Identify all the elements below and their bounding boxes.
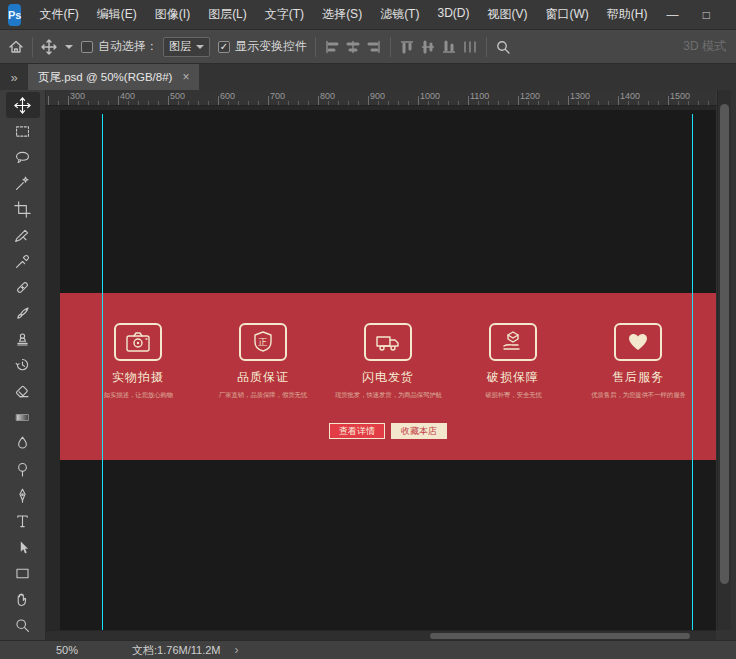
- menu-image[interactable]: 图像(I): [147, 2, 198, 27]
- menu-3d[interactable]: 3D(D): [429, 2, 477, 27]
- feature-block: 正 品质保证 厂家直销，品质保障，假货无忧: [203, 323, 323, 400]
- feature-title: 实物拍摄: [112, 369, 164, 386]
- align-right-icon[interactable]: [366, 39, 382, 55]
- ruler-tick: 1300: [570, 91, 590, 101]
- pen-tool[interactable]: [6, 482, 40, 508]
- feature-subtitle: 优质售后，为您提供不一样的服务: [591, 391, 686, 400]
- vertical-scrollbar-thumb[interactable]: [720, 104, 729, 584]
- show-transform-checkbox[interactable]: ✓: [218, 41, 230, 53]
- align-center-horizontal-icon[interactable]: [345, 39, 361, 55]
- tab-close-icon[interactable]: ×: [182, 70, 189, 84]
- collapse-panels-icon[interactable]: »: [0, 64, 28, 90]
- search-icon[interactable]: [495, 39, 511, 55]
- blur-tool[interactable]: [6, 430, 40, 456]
- align-middle-vertical-icon[interactable]: [420, 39, 436, 55]
- chevron-down-icon: [65, 45, 73, 49]
- vertical-scrollbar[interactable]: [717, 90, 731, 640]
- healing-brush-tool[interactable]: [6, 274, 40, 300]
- brush-tool[interactable]: [6, 300, 40, 326]
- horizontal-scrollbar[interactable]: [46, 630, 716, 640]
- 3d-mode-label: 3D 模式: [683, 38, 728, 55]
- ruler-tick: 300: [70, 91, 85, 101]
- menu-type[interactable]: 文字(T): [257, 2, 312, 27]
- truck-icon: [364, 323, 412, 361]
- ruler-tick: 600: [220, 91, 235, 101]
- feature-title: 品质保证: [237, 369, 289, 386]
- menu-help[interactable]: 帮助(H): [599, 2, 656, 27]
- document-canvas[interactable]: 实物拍摄 如实描述，让您放心购物 正 品质保证 厂家直销，品质保障，假货无忧: [60, 110, 716, 630]
- history-brush-tool[interactable]: [6, 352, 40, 378]
- move-tool-preset[interactable]: [41, 39, 73, 55]
- auto-select-control[interactable]: 自动选择： 图层: [81, 37, 210, 57]
- type-tool[interactable]: [6, 508, 40, 534]
- maximize-button[interactable]: □: [689, 1, 723, 29]
- slice-tool[interactable]: [6, 222, 40, 248]
- marquee-tool[interactable]: [6, 118, 40, 144]
- horizontal-scrollbar-thumb[interactable]: [430, 633, 690, 639]
- feature-block: 闪电发货 现货批发，快速发货，为商品保驾护航: [328, 323, 448, 400]
- camera-icon: [114, 323, 162, 361]
- menubar: 文件(F) 编辑(E) 图像(I) 图层(L) 文字(T) 选择(S) 滤镜(T…: [31, 2, 655, 27]
- photoshop-logo[interactable]: Ps: [8, 4, 21, 26]
- move-tool-icon: [41, 39, 57, 55]
- menu-layer[interactable]: 图层(L): [200, 2, 255, 27]
- menu-select[interactable]: 选择(S): [314, 2, 370, 27]
- quick-select-tool[interactable]: [6, 170, 40, 196]
- align-left-icon[interactable]: [324, 39, 340, 55]
- feature-subtitle: 厂家直销，品质保障，假货无忧: [219, 391, 307, 400]
- menu-file[interactable]: 文件(F): [31, 2, 86, 27]
- svg-text:正: 正: [258, 337, 268, 347]
- crop-tool[interactable]: [6, 196, 40, 222]
- tools-panel: [0, 90, 46, 640]
- auto-select-label: 自动选择：: [98, 38, 158, 55]
- feature-block: 破损保障 破损补寄，安全无忧: [453, 323, 573, 400]
- scrollbar-corner: [716, 630, 736, 640]
- guide-left[interactable]: [102, 114, 103, 630]
- dodge-tool[interactable]: [6, 456, 40, 482]
- zoom-tool[interactable]: [6, 612, 40, 638]
- eraser-tool[interactable]: [6, 378, 40, 404]
- banner-buttons: 查看详情 收藏本店: [60, 423, 716, 439]
- gradient-tool[interactable]: [6, 404, 40, 430]
- align-buttons: [324, 39, 382, 55]
- auto-select-checkbox[interactable]: [81, 41, 93, 53]
- align-top-icon[interactable]: [399, 39, 415, 55]
- move-tool[interactable]: [6, 92, 40, 118]
- canvas-area[interactable]: 实物拍摄 如实描述，让您放心购物 正 品质保证 厂家直销，品质保障，假货无忧: [46, 106, 716, 630]
- guide-right[interactable]: [692, 114, 693, 630]
- minimize-button[interactable]: —: [655, 1, 689, 29]
- close-button[interactable]: ×: [723, 1, 736, 29]
- menu-window[interactable]: 窗口(W): [537, 2, 596, 27]
- document-size-info: 文档:1.76M/11.2M: [132, 643, 220, 658]
- tab-bar: » 页尾.psd @ 50%(RGB/8#) ×: [0, 64, 736, 90]
- show-transform-control[interactable]: ✓ 显示变换控件: [218, 38, 307, 55]
- eyedropper-tool[interactable]: [6, 248, 40, 274]
- right-edge-strip: [731, 90, 736, 640]
- menu-edit[interactable]: 编辑(E): [89, 2, 145, 27]
- auto-select-value: 图层: [169, 39, 191, 54]
- photoshop-window: Ps 文件(F) 编辑(E) 图像(I) 图层(L) 文字(T) 选择(S) 滤…: [0, 0, 736, 659]
- auto-select-dropdown[interactable]: 图层: [163, 37, 210, 57]
- path-select-tool[interactable]: [6, 534, 40, 560]
- distribute-spacing-icon[interactable]: [462, 39, 478, 55]
- zoom-level-field[interactable]: 50%: [56, 644, 78, 656]
- document-tab[interactable]: 页尾.psd @ 50%(RGB/8#) ×: [28, 64, 199, 90]
- shape-tool[interactable]: [6, 560, 40, 586]
- horizontal-ruler[interactable]: 300 400 500 600 700 800 900 1000 1100 12…: [46, 90, 716, 106]
- status-chevron-icon[interactable]: ›: [234, 643, 238, 657]
- damage-protect-icon: [489, 323, 537, 361]
- banner-artwork: 实物拍摄 如实描述，让您放心购物 正 品质保证 厂家直销，品质保障，假货无忧: [60, 293, 716, 460]
- ruler-tick: 500: [170, 91, 185, 101]
- menu-view[interactable]: 视图(V): [479, 2, 535, 27]
- align-bottom-icon[interactable]: [441, 39, 457, 55]
- feature-block: 售后服务 优质售后，为您提供不一样的服务: [578, 323, 698, 400]
- lasso-tool[interactable]: [6, 144, 40, 170]
- clone-stamp-tool[interactable]: [6, 326, 40, 352]
- distribute-buttons: [399, 39, 478, 55]
- menu-filter[interactable]: 滤镜(T): [372, 2, 427, 27]
- feature-subtitle: 如实描述，让您放心购物: [103, 391, 172, 400]
- home-icon[interactable]: [8, 39, 24, 55]
- feature-title: 闪电发货: [362, 369, 414, 386]
- hand-tool[interactable]: [6, 586, 40, 612]
- photoshop-logo-text: Ps: [8, 9, 21, 21]
